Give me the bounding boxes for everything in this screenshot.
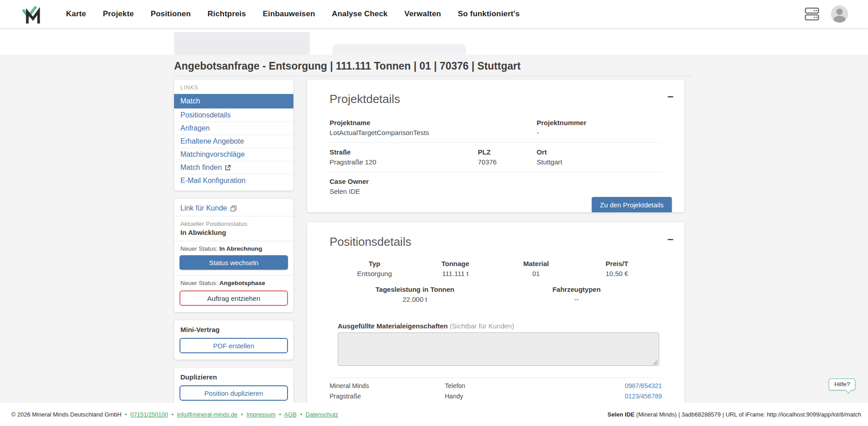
detail-row: Straße Pragstraße 120 PLZ 70376 Ort Stut… [330, 143, 662, 172]
field-label: Projektnummer [537, 119, 662, 126]
projektdetails-title: Projektdetails [330, 92, 662, 106]
brand-logo-icon[interactable] [22, 4, 42, 24]
top-navbar: Karte Projekte Positionen Richtpreis Ein… [0, 0, 868, 28]
field-label: PLZ [478, 148, 537, 156]
title-divider [174, 76, 692, 76]
field-label: Ort [537, 148, 662, 156]
field-value: 01 [496, 270, 577, 277]
new-status-line: Neuer Status: Angebotsphase [179, 280, 288, 286]
current-status-value: In Abwicklung [179, 229, 288, 236]
nav-item-analyse-check[interactable]: Analyse Check [332, 9, 388, 19]
field-label: Preis/T [576, 260, 657, 267]
position-duplizieren-button[interactable]: Position duplizieren [179, 385, 288, 401]
nav-item-projekte[interactable]: Projekte [103, 9, 134, 19]
nav-item-einbauweisen[interactable]: Einbauweisen [263, 9, 315, 19]
zu-den-projektdetails-button[interactable]: Zu den Projektdetails [592, 197, 672, 212]
footer-separator: • [239, 411, 245, 418]
pdf-erstellen-button[interactable]: PDF erstellen [179, 338, 288, 353]
preis-field: Preis/T 10,50 € [576, 260, 657, 277]
field-value: 111.111 t [415, 270, 496, 277]
status-card: Link für Kunde Aktueller Positionsstatus… [174, 199, 293, 312]
current-status-label: Aktueller Positionsstatus: [179, 220, 288, 227]
footer-phone-link[interactable]: 07151/250100 [131, 411, 168, 418]
ort-field: Ort Stuttgart [537, 148, 662, 166]
tagesleistung-field: Tagesleistung in Tonnen 22.000 t [334, 286, 496, 303]
kunde-link[interactable]: Link für Kunde [179, 203, 238, 216]
detail-row: Projektname LotActualTargetComparisonTes… [330, 113, 662, 143]
contact-company: Mineral Minds [330, 382, 445, 389]
footer-datenschutz-link[interactable]: Datenschutz [306, 411, 338, 418]
positionsdetails-title: Positionsdetails [330, 235, 662, 249]
main-nav: Karte Projekte Positionen Richtpreis Ein… [66, 9, 520, 19]
mini-vertrag-heading: Mini-Vertrag [179, 326, 288, 333]
footer-separator: • [298, 411, 304, 418]
sidebar-item-matchingvorschlaege[interactable]: Matchingvorschläge [174, 148, 293, 161]
divider [330, 378, 662, 378]
external-link-icon [225, 165, 231, 171]
footer-separator: • [123, 411, 129, 418]
sidebar-item-anfragen[interactable]: Anfragen [174, 122, 293, 135]
collapse-icon[interactable]: − [667, 91, 674, 102]
typ-field: Typ Entsorgung [334, 260, 415, 277]
telefon-link[interactable]: 0987/654321 [594, 382, 662, 389]
sidebar-item-label: Match finden [180, 164, 222, 172]
status-wechseln-button[interactable]: Status wechseln [179, 255, 288, 270]
field-value: Selen IDE [330, 187, 662, 195]
avatar-head-icon [836, 9, 843, 15]
copy-icon [230, 205, 237, 212]
hilfe-button[interactable]: Hilfe? [829, 379, 855, 390]
navbar-actions [805, 5, 848, 23]
sidebar: LINKS Match Positionsdetails Anfragen Er… [174, 80, 293, 403]
kunde-link-label: Link für Kunde [180, 204, 227, 212]
field-value: - [537, 129, 662, 136]
main-column: Projektdetails − Projektname LotActualTa… [307, 80, 684, 403]
projektdetails-card: Projektdetails − Projektname LotActualTa… [307, 80, 684, 212]
footer-impressum-link[interactable]: Impressum [246, 411, 275, 418]
footer-left: © 2026 Mineral Minds Deutschland GmbH • … [11, 411, 338, 418]
sidebar-item-positionsdetails[interactable]: Positionsdetails [174, 108, 293, 122]
projektnummer-field: Projektnummer - [537, 119, 662, 136]
collapse-icon[interactable]: − [667, 234, 674, 245]
nav-item-richtpreis[interactable]: Richtpreis [208, 9, 246, 19]
footer: © 2026 Mineral Minds Deutschland GmbH • … [0, 403, 868, 426]
sidebar-item-match-finden[interactable]: Match finden [174, 161, 293, 174]
field-value: LotActualTargetComparisonTests [330, 129, 537, 136]
new-status-label: Neuer Status: [180, 245, 218, 252]
nav-item-so-funktionierts[interactable]: So funktioniert's [458, 9, 520, 19]
new-status-label: Neuer Status: [180, 280, 218, 286]
position-summary-row: Typ Entsorgung Tonnage 111.111 t Materia… [330, 260, 662, 277]
handy-link[interactable]: 0123/456789 [594, 393, 662, 400]
skeleton-block [174, 32, 310, 55]
sidebar-item-email-konfiguration[interactable]: E-Mail Konfiguration [174, 174, 293, 187]
field-label: Tagesleistung in Tonnen [334, 286, 496, 293]
server-status-icon[interactable] [805, 7, 819, 21]
footer-email-link[interactable]: info@mineral-minds.de [177, 411, 237, 418]
divider [174, 216, 293, 216]
field-label: Tonnage [415, 260, 496, 267]
links-card: LINKS Match Positionsdetails Anfragen Er… [174, 80, 293, 191]
user-avatar[interactable] [831, 5, 848, 23]
divider [174, 241, 293, 241]
material-properties-hint: (Sichtbar für Kunden) [450, 322, 514, 330]
sidebar-item-erhaltene-angebote[interactable]: Erhaltene Angebote [174, 135, 293, 148]
new-status-value: Angebotsphase [219, 280, 265, 286]
sidebar-item-match[interactable]: Match [174, 94, 293, 108]
divider [174, 275, 293, 276]
plz-field: PLZ 70376 [478, 148, 537, 166]
nav-item-karte[interactable]: Karte [66, 9, 86, 19]
telefon-label: Telefon [445, 382, 594, 389]
footer-agb-link[interactable]: AGB [284, 411, 297, 418]
field-value: 70376 [478, 158, 537, 166]
avatar-body-icon [834, 16, 845, 23]
field-value: Entsorgung [334, 270, 415, 277]
footer-copyright: © 2026 Mineral Minds Deutschland GmbH [11, 411, 122, 418]
page-title: Angebotsanfrage - Entsorgung | 111.111 T… [174, 60, 868, 72]
material-properties-label-bold: Ausgefüllte Materialeigenschaften [338, 322, 448, 330]
nav-item-positionen[interactable]: Positionen [151, 9, 191, 19]
auftrag-entziehen-button[interactable]: Auftrag entziehen [179, 290, 288, 306]
field-label: Projektname [330, 119, 537, 126]
material-properties-textarea[interactable] [338, 332, 659, 366]
nav-item-verwalten[interactable]: Verwalten [405, 9, 441, 19]
field-value: 22.000 t [334, 295, 496, 303]
hilfe-label: Hilfe? [834, 381, 850, 388]
